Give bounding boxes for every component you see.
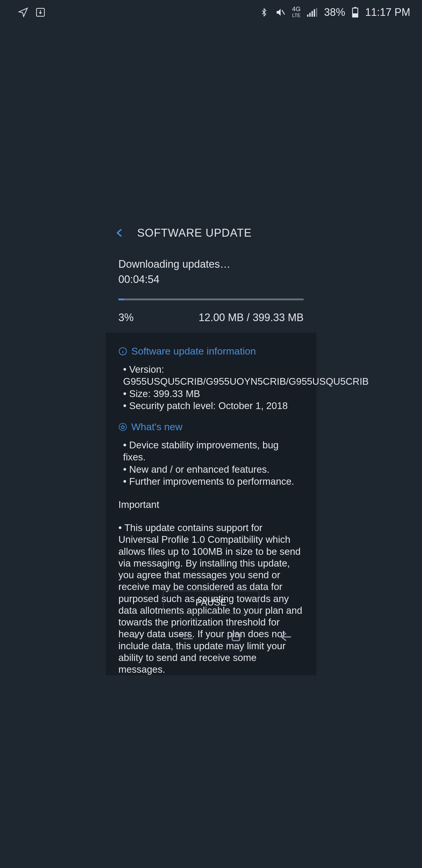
svg-rect-15	[232, 633, 239, 641]
download-size: 12.00 MB / 399.33 MB	[199, 311, 303, 324]
svg-rect-2	[307, 15, 309, 17]
important-heading: Important	[119, 499, 303, 510]
svg-line-1	[282, 10, 285, 15]
network-4g-icon: 4GLTE	[292, 6, 300, 19]
patch-line: • Security patch level: October 1, 2018	[119, 400, 303, 412]
clock-time: 11:17 PM	[365, 6, 410, 19]
nav-recents-button[interactable]	[168, 628, 204, 646]
navigation-bar	[105, 623, 317, 651]
nav-home-button[interactable]	[218, 628, 254, 646]
battery-icon	[352, 7, 359, 18]
mute-icon	[275, 7, 286, 18]
info-heading: Software update information	[119, 345, 303, 357]
svg-rect-5	[314, 9, 315, 17]
svg-rect-6	[316, 8, 317, 17]
button-bar: PAUSE	[105, 584, 317, 621]
page-title: SOFTWARE UPDATE	[137, 227, 252, 239]
whats-new-heading: What's new	[119, 421, 303, 433]
nav-side-panel-button[interactable]	[119, 628, 154, 646]
signal-icon	[307, 8, 318, 17]
info-icon	[119, 347, 127, 356]
software-update-panel: SOFTWARE UPDATE Downloading updates… 00:…	[105, 217, 317, 651]
download-time-remaining: 00:04:54	[119, 273, 303, 286]
nav-back-button[interactable]	[268, 628, 303, 646]
star-badge-icon	[119, 423, 127, 431]
progress-bar	[119, 299, 303, 300]
svg-rect-3	[309, 13, 311, 17]
download-box-icon	[35, 7, 46, 18]
app-header: SOFTWARE UPDATE	[105, 217, 317, 249]
whats-new-item: • Further improvements to performance.	[119, 475, 303, 487]
svg-point-14	[134, 635, 138, 639]
whats-new-item: • Device stability improvements, bug fix…	[119, 439, 303, 463]
download-status-text: Downloading updates…	[119, 258, 303, 270]
size-line: • Size: 399.33 MB	[119, 388, 303, 400]
battery-percent: 38%	[324, 6, 345, 19]
svg-rect-9	[353, 13, 358, 17]
whats-new-item: • New and / or enhanced features.	[119, 463, 303, 475]
version-line: • Version: G955USQU5CRIB/G955UOYN5CRIB/G…	[119, 363, 303, 388]
bluetooth-icon	[260, 7, 268, 17]
download-percent: 3%	[119, 311, 134, 324]
status-bar: 4GLTE 38% 11:17 PM	[0, 0, 422, 25]
pause-button[interactable]: PAUSE	[163, 591, 259, 614]
back-button[interactable]	[114, 226, 125, 239]
progress-fill	[119, 299, 124, 300]
location-icon	[18, 7, 29, 18]
svg-rect-4	[312, 11, 313, 17]
download-progress-section: Downloading updates… 00:04:54 3% 12.00 M…	[105, 249, 317, 333]
